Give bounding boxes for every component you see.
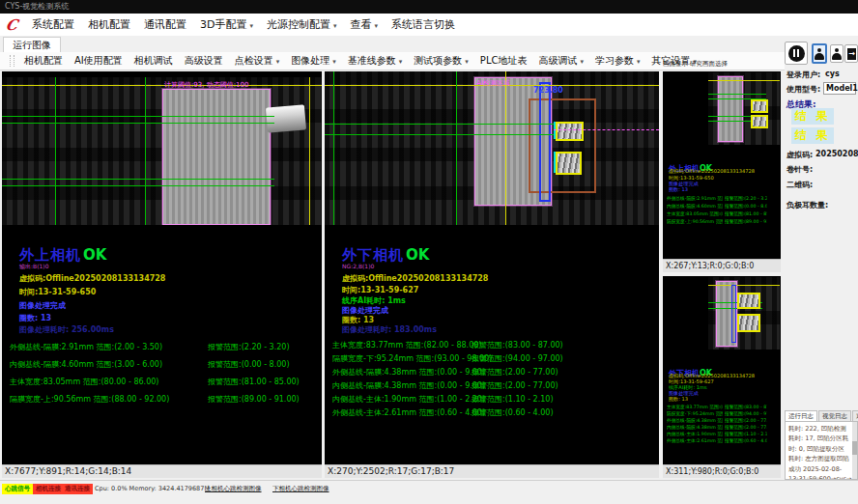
measurement-row: 内侧基线-主体:1.90mm 范围:(1.00 - 2.20) bbox=[332, 394, 485, 405]
tool-plc-address[interactable]: PLC地址表 bbox=[474, 52, 533, 70]
virtual-code-label: 虚拟码: bbox=[786, 150, 813, 160]
tool-camera-config[interactable]: 相机配置 bbox=[18, 52, 69, 70]
tool-advanced-debug[interactable]: 高级调试 bbox=[532, 52, 589, 70]
mini-measurement: 内侧基线-隔膜:4.38mm 范围:(0.00 - 9.00) bbox=[667, 424, 723, 431]
middle-cyan-tick-2 bbox=[554, 152, 556, 173]
mini-view-upper[interactable]: 外上相机OK 虚拟码:Offline20250208133134728 时间:1… bbox=[663, 71, 781, 272]
tool-camera-debug[interactable]: 相机调试 bbox=[129, 52, 179, 70]
tab-count-label: 负极耳数量: bbox=[786, 200, 828, 210]
menu-view[interactable]: 查看 bbox=[343, 14, 385, 35]
tab-strip: 运行图像 bbox=[0, 36, 858, 53]
operator-icon bbox=[832, 48, 842, 60]
status-bar: 心跳信号 相机连接 通讯连接 Cpu: 0.0% Memory: 3424.41… bbox=[0, 480, 858, 504]
tool-image-processing[interactable]: 图像处理 bbox=[285, 52, 342, 70]
mini-view-header[interactable]: 画面显示 研究画面选择 bbox=[663, 60, 781, 70]
middle-tab-box-1 bbox=[556, 122, 584, 141]
log-content[interactable]: 耗时: 222, 凹陷检测耗时: 17, 凹陷分区耗时: 0, 凹陷提取分区耗时… bbox=[785, 421, 858, 480]
menu-language-switch[interactable]: 系统语言切换 bbox=[385, 14, 462, 35]
menu-bar: C 系统配置 相机配置 通讯配置 3D手配置 光源控制配置 查看 系统语言切换 bbox=[0, 14, 858, 37]
window-title: CYS-视觉检测系统 bbox=[5, 2, 69, 11]
qr-code-label: 二维码: bbox=[786, 180, 813, 190]
lower-camera-heartbeat-link[interactable]: 下相机心跳检测图像 bbox=[272, 485, 329, 493]
pause-button[interactable] bbox=[785, 42, 808, 65]
mini-upper-image bbox=[708, 72, 780, 145]
middle-process-time: 图像处理耗时: 183.00ms bbox=[342, 324, 437, 335]
window-titlebar: CYS-视觉检测系统 bbox=[0, 0, 858, 14]
logout-door-icon bbox=[847, 48, 856, 60]
operator-button[interactable] bbox=[830, 44, 844, 63]
comm-link-badge: 通讯连接 bbox=[62, 484, 93, 494]
left-camera-panel: 计算阈值:93, 动态阈值:100 外上相机OK 输出:B(1)0 虚拟码:Of… bbox=[2, 71, 322, 478]
middle-ai-region-label: AI检测区域 bbox=[476, 78, 510, 88]
left-overlay-green-vline-2 bbox=[145, 77, 146, 225]
middle-cursor-coords: X:270;Y:2502;R:17;G:17;B:17 bbox=[325, 464, 659, 478]
cpu-memory-text: Cpu: 0.0% Memory: 3424.4179687M bbox=[95, 485, 210, 492]
mini-lower-tab-box-2 bbox=[737, 314, 760, 332]
left-threshold-label: 计算阈值:93, 动态阈值:100 bbox=[164, 80, 248, 90]
menu-system-config[interactable]: 系统配置 bbox=[25, 14, 81, 35]
middle-status-ok: OK bbox=[406, 246, 429, 264]
middle-camera-title: 外下相机OK bbox=[342, 245, 429, 265]
app-window: CYS-视觉检测系统 C 系统配置 相机配置 通讯配置 3D手配置 光源控制配置… bbox=[0, 0, 858, 504]
mini-lower-tab-box-1 bbox=[737, 293, 760, 309]
mini-alarm: 报警范围:(2.00 - 77.00) bbox=[725, 424, 767, 431]
alarm-range: 报警范围:(81.00 - 85.00) bbox=[208, 377, 300, 387]
left-overlay-green-hline-3 bbox=[2, 179, 274, 180]
alarm-range: 报警范围:(2.00 - 77.00) bbox=[472, 380, 558, 391]
mini-view-lower[interactable]: 外下相机OK 虚拟码:Offline20250208133134728 时间:1… bbox=[663, 276, 781, 478]
virtual-code-value: 20250208 bbox=[815, 150, 858, 158]
mini-measurement: 内侧基线-主体:1.90mm 范围:(1.00 - 2.20) bbox=[667, 431, 723, 437]
menu-comm-config[interactable]: 通讯配置 bbox=[137, 14, 193, 35]
measurement-row: 外侧基线-主体:2.61mm 范围:(0.60 - 4.00) bbox=[332, 407, 485, 418]
mini-alarm: 报警范围:(94.00 - 97.00) bbox=[725, 410, 767, 417]
mini-alarm: 报警范围:(0.00 - 8.00) bbox=[725, 203, 767, 210]
model-label: 使用型号: bbox=[786, 84, 820, 95]
upper-camera-heartbeat-link[interactable]: 上相机心跳检测图像 bbox=[205, 485, 262, 493]
mini-lower-blue-rect bbox=[731, 285, 736, 343]
mini-lower-image bbox=[708, 277, 780, 350]
winding-pin-label: 卷针号: bbox=[786, 164, 813, 175]
middle-overlay-green-vline-1 bbox=[333, 71, 334, 225]
alarm-range: 报警范围:(1.10 - 2.10) bbox=[472, 394, 554, 405]
mini-measurement: 外侧基线-主体:2.61mm 范围:(0.60 - 4.00) bbox=[667, 437, 723, 444]
log-scrollbar-thumb[interactable] bbox=[852, 441, 857, 455]
mini-alarm: 报警范围:(1.10 - 2.10) bbox=[725, 431, 767, 437]
mini-alarm: 报警范围:(81.00 - 85.00) bbox=[725, 210, 767, 217]
tool-spot-check[interactable]: 点检设置 bbox=[229, 52, 286, 70]
left-overlay-yellow-hline bbox=[2, 85, 322, 86]
model-select[interactable]: Model1 bbox=[823, 82, 856, 95]
measurement-row: 外侧基线-隔膜:4.38mm 范围:(0.00 - 9.00) bbox=[332, 367, 485, 378]
alarm-range: 报警范围:(89.00 - 91.00) bbox=[208, 394, 300, 405]
mini-measurement: 隔膜宽度-上:90.56mm 范围:(88.00 - 92.00) bbox=[667, 218, 723, 225]
menu-3d-config[interactable]: 3D手配置 bbox=[193, 14, 260, 35]
mini-measurement: 主体宽度:83.05mm 范围:(80.00 - 86.00) bbox=[667, 210, 723, 217]
alarm-range: 报警范围:(2.00 - 77.00) bbox=[472, 367, 558, 378]
left-camera-image[interactable]: 计算阈值:93, 动态阈值:100 bbox=[2, 77, 322, 225]
mini-upper-yellow-hline bbox=[708, 80, 780, 81]
alarm-range: 报警范围:(94.00 - 97.00) bbox=[472, 353, 563, 364]
tool-test-params[interactable]: 测试项参数 bbox=[408, 52, 474, 70]
mini-alarm: 报警范围:(0.60 - 4.00) bbox=[725, 437, 767, 444]
middle-camera-image[interactable]: AI检测区域 723.80 bbox=[325, 71, 659, 225]
heartbeat-badge: 心跳信号 bbox=[2, 484, 33, 494]
app-logo-icon: C bbox=[4, 16, 19, 34]
camera-link-badge: 相机连接 bbox=[33, 484, 64, 494]
pause-icon bbox=[788, 45, 805, 62]
middle-overlay-green-hline-2 bbox=[325, 134, 554, 135]
menu-camera-config[interactable]: 相机配置 bbox=[81, 14, 137, 35]
middle-time: 时间:13-31-59-627 bbox=[342, 285, 418, 295]
exit-button[interactable] bbox=[844, 44, 858, 63]
middle-camera-panel: AI检测区域 723.80 外下相机OK NG:2,B(1)0 虚拟码:Offl… bbox=[325, 71, 659, 478]
tool-learning-params[interactable]: 学习参数 bbox=[589, 52, 646, 70]
result-indicator-upper: 结 果 bbox=[791, 108, 834, 125]
tool-baseline-params[interactable]: 基准线参数 bbox=[342, 52, 409, 70]
tab-run-image[interactable]: 运行图像 bbox=[3, 37, 61, 53]
menu-light-config[interactable]: 光源控制配置 bbox=[260, 14, 344, 35]
tool-ai-usage-config[interactable]: AI使用配置 bbox=[69, 52, 129, 70]
middle-overlay-green-hline-1 bbox=[325, 124, 554, 125]
mini-alarm: 报警范围:(2.00 - 77.00) bbox=[725, 417, 767, 424]
tool-advanced-settings[interactable]: 高级设置 bbox=[179, 52, 229, 70]
user-login-button[interactable] bbox=[812, 43, 827, 64]
measurement-row: 主体宽度:83.77mm 范围:(82.00 - 88.00) bbox=[332, 340, 481, 350]
log-scrollbar[interactable] bbox=[852, 422, 857, 479]
